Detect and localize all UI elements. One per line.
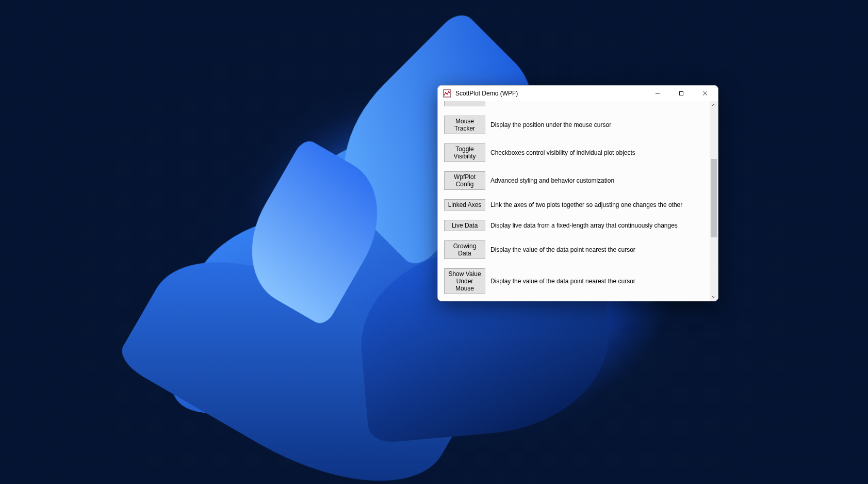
scrollbar-thumb[interactable] — [711, 159, 717, 238]
demo-row: Linked Axes Link the axes of two plots t… — [444, 199, 703, 211]
scroll-up-arrow-icon[interactable] — [710, 101, 718, 109]
demo-row: WpfPlot Config Advanced styling and beha… — [444, 171, 703, 190]
minimize-button[interactable] — [646, 86, 669, 101]
demo-row: Growing Data Display the value of the da… — [444, 240, 703, 259]
linked-axes-button[interactable]: Linked Axes — [444, 199, 485, 211]
demo-description: Display the position under the mouse cur… — [490, 121, 703, 129]
scroll-down-arrow-icon[interactable] — [710, 293, 718, 301]
demo-description: Display live data from a fixed-length ar… — [490, 222, 703, 230]
mouse-tracker-button[interactable]: Mouse Tracker — [444, 116, 485, 134]
wpfplot-config-button[interactable]: WpfPlot Config — [444, 171, 485, 190]
demo-description: Checkboxes control visibility of individ… — [490, 149, 703, 157]
titlebar[interactable]: ScottPlot Demo (WPF) — [438, 86, 718, 101]
scottplot-icon — [443, 89, 451, 98]
demo-row: Mouse Tracker Display the position under… — [444, 116, 703, 134]
demo-description: Display the value of the data point near… — [490, 246, 703, 254]
svg-rect-0 — [444, 90, 451, 97]
demo-description: Advanced styling and behavior customizat… — [490, 177, 703, 185]
vertical-scrollbar[interactable] — [710, 101, 718, 301]
live-data-button[interactable]: Live Data — [444, 220, 485, 231]
demo-row: Toggle Visibility Checkboxes control vis… — [444, 143, 703, 162]
show-value-under-mouse-button[interactable]: Show Value Under Mouse — [444, 268, 485, 294]
window-title: ScottPlot Demo (WPF) — [455, 90, 646, 97]
demo-button-clipped[interactable] — [444, 101, 485, 106]
growing-data-button[interactable]: Growing Data — [444, 240, 485, 259]
demo-scroll-viewport: Mouse Tracker Display the position under… — [438, 101, 710, 301]
scrollbar-track[interactable] — [710, 109, 718, 293]
app-window: ScottPlot Demo (WPF) Mouse Tracker Displ… — [437, 85, 718, 301]
client-area: Mouse Tracker Display the position under… — [438, 101, 718, 301]
demo-row: Live Data Display live data from a fixed… — [444, 220, 703, 231]
maximize-button[interactable] — [669, 86, 693, 101]
close-button[interactable] — [693, 86, 717, 101]
svg-rect-2 — [680, 92, 683, 95]
desktop-wallpaper — [0, 0, 868, 484]
demo-list: Mouse Tracker Display the position under… — [438, 101, 710, 301]
window-controls — [646, 86, 717, 101]
demo-description: Link the axes of two plots together so a… — [490, 201, 703, 209]
demo-row: Show Value Under Mouse Display the value… — [444, 268, 703, 294]
demo-description: Display the value of the data point near… — [490, 278, 703, 285]
toggle-visibility-button[interactable]: Toggle Visibility — [444, 143, 485, 162]
